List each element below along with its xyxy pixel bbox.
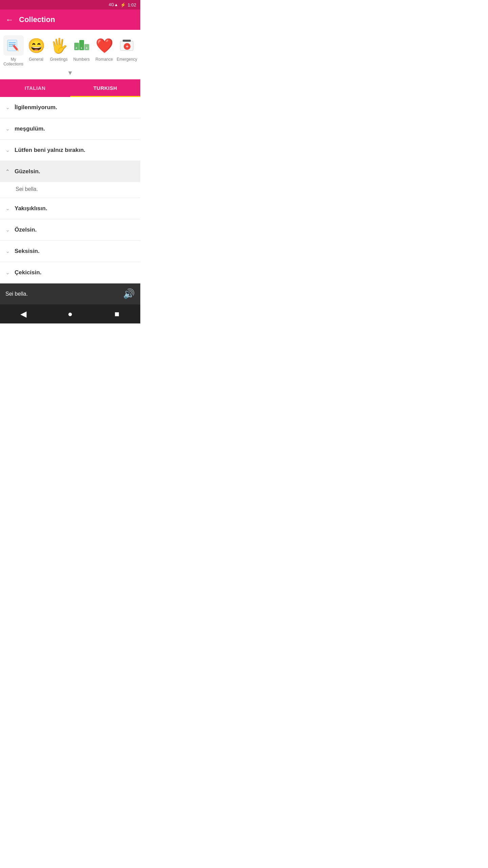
app-bar: ← Collection <box>0 9 140 30</box>
expand-categories-button[interactable]: ▼ <box>67 70 73 77</box>
category-greetings[interactable]: 🖐 Greetings <box>48 35 69 67</box>
nav-home-button[interactable]: ● <box>61 304 80 323</box>
tab-turkish[interactable]: TURKISH <box>70 79 140 97</box>
chevron-down-icon: ⌄ <box>5 147 10 153</box>
romance-icon: ❤️ <box>94 35 115 56</box>
phrase-text-1: İlgilenmiyorum. <box>15 104 57 111</box>
time-display: 1:02 <box>128 2 136 7</box>
status-bar: 4G▲ ⚡ 1:02 <box>0 0 140 9</box>
category-general[interactable]: 😄 General <box>25 35 47 67</box>
phrase-list-container: ⌄ İlgilenmiyorum. ⌄ meşgulüm. ⌄ Lütfen b… <box>0 97 140 283</box>
battery-icon: ⚡ <box>120 2 126 7</box>
chevron-down-icon: ⌄ <box>5 205 10 212</box>
phrase-main-1[interactable]: ⌄ İlgilenmiyorum. <box>0 97 140 118</box>
categories-section: My Collections 😄 General 🖐 Greetings 2 1… <box>0 30 140 79</box>
chevron-down-icon: ⌄ <box>5 248 10 254</box>
svg-text:3: 3 <box>86 46 87 50</box>
category-romance[interactable]: ❤️ Romance <box>94 35 115 67</box>
phrase-main-5[interactable]: ⌄ Yakışıklısın. <box>0 198 140 219</box>
svg-rect-14 <box>123 40 131 42</box>
bottom-player: Sei bella. 🔊 <box>0 283 140 304</box>
tab-italian[interactable]: ITALIAN <box>0 79 70 97</box>
phrase-text-7: Seksisin. <box>15 248 40 255</box>
chevron-down-icon: ⌄ <box>5 226 10 233</box>
page-title: Collection <box>19 15 55 24</box>
phrase-main-6[interactable]: ⌄ Özelsin. <box>0 219 140 240</box>
category-greetings-label: Greetings <box>50 57 67 62</box>
signal-icon: 4G▲ <box>109 2 118 7</box>
phrase-main-8[interactable]: ⌄ Çekicisin. <box>0 262 140 283</box>
category-romance-label: Romance <box>96 57 113 62</box>
nav-bar: ◀ ● ■ <box>0 304 140 323</box>
player-text: Sei bella. <box>5 291 28 297</box>
general-icon: 😄 <box>26 35 46 56</box>
numbers-icon: 2 1 3 <box>72 35 92 56</box>
phrase-text-3: Lütfen beni yalnız bırakın. <box>15 147 85 154</box>
phrase-row: ⌄ Seksisin. <box>0 241 140 262</box>
nav-recent-button[interactable]: ■ <box>107 304 126 323</box>
phrase-text-2: meşgulüm. <box>15 125 45 132</box>
phrase-row: ⌄ Özelsin. <box>0 219 140 241</box>
category-my-collections[interactable]: My Collections <box>3 35 24 67</box>
chevron-down-icon: ⌄ <box>5 125 10 132</box>
emergency-icon: + <box>117 35 137 56</box>
phrase-translation-4: Sei bella. <box>0 182 140 198</box>
phrase-row: ⌄ Çekicisin. <box>0 262 140 283</box>
phrase-row: ⌄ Lütfen beni yalnız bırakın. <box>0 140 140 161</box>
category-numbers[interactable]: 2 1 3 Numbers <box>71 35 92 67</box>
back-button[interactable]: ← <box>5 16 14 24</box>
svg-text:2: 2 <box>76 46 77 50</box>
category-my-collections-label: My Collections <box>3 57 24 67</box>
phrase-main-7[interactable]: ⌄ Seksisin. <box>0 241 140 262</box>
tab-bar: ITALIAN TURKISH <box>0 79 140 97</box>
phrase-text-4: Güzelsin. <box>15 168 40 175</box>
svg-text:1: 1 <box>81 46 82 50</box>
phrase-row: ⌄ Yakışıklısın. <box>0 198 140 219</box>
category-general-label: General <box>29 57 43 62</box>
chevron-up-icon: ⌄ <box>5 168 10 175</box>
nav-back-button[interactable]: ◀ <box>14 304 33 323</box>
phrase-row: ⌄ İlgilenmiyorum. <box>0 97 140 118</box>
my-collections-icon <box>3 35 24 56</box>
greetings-icon: 🖐 <box>49 35 69 56</box>
category-emergency[interactable]: + Emergency <box>116 35 138 67</box>
phrase-main-2[interactable]: ⌄ meşgulüm. <box>0 118 140 139</box>
phrase-text-5: Yakışıklısın. <box>15 205 47 212</box>
svg-text:+: + <box>125 44 128 49</box>
phrase-main-4[interactable]: ⌄ Güzelsin. <box>0 161 140 182</box>
phrase-text-6: Özelsin. <box>15 226 37 233</box>
chevron-down-icon: ⌄ <box>5 269 10 276</box>
sound-button[interactable]: 🔊 <box>123 288 135 299</box>
category-numbers-label: Numbers <box>73 57 90 62</box>
chevron-down-icon: ⌄ <box>5 104 10 111</box>
phrase-text-8: Çekicisin. <box>15 269 41 276</box>
phrase-row-expanded: ⌄ Güzelsin. Sei bella. <box>0 161 140 198</box>
phrase-row: ⌄ meşgulüm. <box>0 118 140 140</box>
categories-row: My Collections 😄 General 🖐 Greetings 2 1… <box>3 35 138 67</box>
phrase-main-3[interactable]: ⌄ Lütfen beni yalnız bırakın. <box>0 140 140 161</box>
category-emergency-label: Emergency <box>117 57 137 62</box>
phrase-list: ⌄ İlgilenmiyorum. ⌄ meşgulüm. ⌄ Lütfen b… <box>0 97 140 283</box>
